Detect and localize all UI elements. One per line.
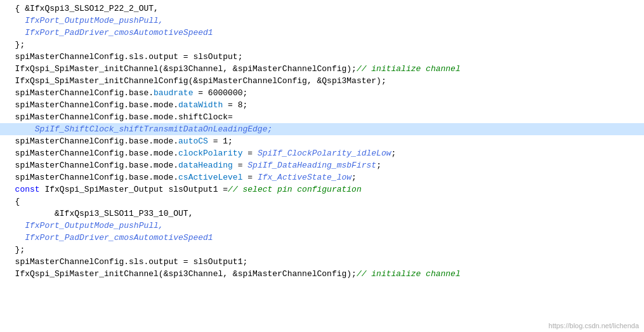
- code-line: spiMasterChannelConfig.base.mode.clockPo…: [0, 147, 644, 159]
- code-line: spiMasterChannelConfig.base.mode.shiftCl…: [0, 111, 644, 123]
- code-line: spiMasterChannelConfig.base.mode.dataHea…: [0, 159, 644, 171]
- code-line: IfxPort_OutputMode_pushPull,: [0, 220, 644, 232]
- code-line: {: [0, 196, 644, 208]
- code-line: spiMasterChannelConfig.base.mode.csActiv…: [0, 171, 644, 183]
- code-line: { &IfxQspi3_SLSO12_P22_2_OUT,: [0, 3, 644, 15]
- code-line: spiMasterChannelConfig.base.baudrate = 6…: [0, 87, 644, 99]
- watermark: https://blog.csdn.net/lichenda: [549, 322, 639, 329]
- code-line: };: [0, 244, 644, 256]
- code-line: spiMasterChannelConfig.base.mode.dataWid…: [0, 99, 644, 111]
- code-line: IfxPort_OutputMode_pushPull,: [0, 15, 644, 27]
- code-line: SpiIf_ShiftClock_shiftTransmitDataOnLead…: [0, 123, 644, 135]
- code-line: spiMasterChannelConfig.sls.output = slsO…: [0, 256, 644, 268]
- code-viewer: { &IfxQspi3_SLSO12_P22_2_OUT, IfxPort_Ou…: [0, 0, 644, 332]
- code-line: spiMasterChannelConfig.sls.output = slsO…: [0, 51, 644, 63]
- code-line: };: [0, 39, 644, 51]
- code-line: IfxQspi_SpiMaster_initChannel(&spi3Chann…: [0, 63, 644, 75]
- code-line: IfxQspi_SpiMaster_initChannelConfig(&spi…: [0, 75, 644, 87]
- code-line: const IfxQspi_SpiMaster_Output slsOutput…: [0, 183, 644, 196]
- code-line: spiMasterChannelConfig.base.mode.autoCS …: [0, 135, 644, 147]
- code-line: IfxQspi_SpiMaster_initChannel(&spi3Chann…: [0, 268, 644, 280]
- code-line: IfxPort_PadDriver_cmosAutomotiveSpeed1: [0, 27, 644, 39]
- code-line: &IfxQspi3_SLSO11_P33_10_OUT,: [0, 208, 644, 220]
- code-line: IfxPort_PadDriver_cmosAutomotiveSpeed1: [0, 232, 644, 244]
